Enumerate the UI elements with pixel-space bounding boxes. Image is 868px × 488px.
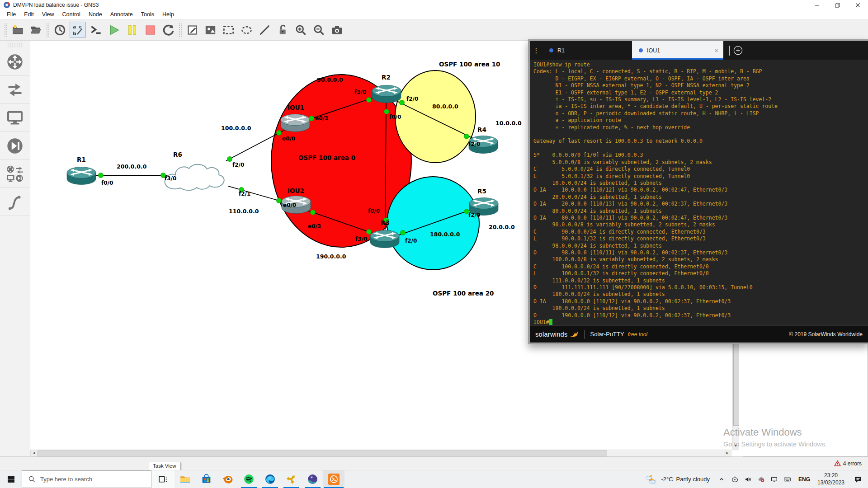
area-label[interactable]: OSPF 100 area 0 (298, 154, 355, 161)
keyboard-icon[interactable] (784, 476, 791, 483)
network-label[interactable]: 200.0.0.0 (117, 163, 147, 170)
interface-label[interactable]: f3/0 (165, 175, 176, 182)
horizontal-scrollbar[interactable]: ◄ ► (30, 450, 731, 456)
kebab-menu-icon[interactable]: ⋮ (530, 41, 542, 60)
insert-image-button[interactable] (202, 22, 218, 38)
menu-control[interactable]: Control (58, 11, 85, 18)
stop-button[interactable] (142, 22, 158, 38)
onedrive-icon[interactable] (758, 476, 764, 483)
menu-file[interactable]: File (3, 11, 20, 18)
volume-icon[interactable] (745, 476, 751, 483)
errors-indicator[interactable]: 4 errors (834, 460, 862, 467)
zoom-in-button[interactable] (292, 22, 309, 38)
add-note-button[interactable] (184, 22, 200, 38)
draw-rectangle-button[interactable] (220, 22, 236, 38)
terminal-output[interactable]: IOU1#show ip route Codes: L - local, C -… (530, 60, 868, 325)
start-button[interactable] (106, 22, 122, 38)
interface-label[interactable]: f2/0 (468, 212, 480, 218)
new-tab-button[interactable] (733, 45, 743, 56)
router-R3[interactable] (370, 230, 399, 248)
meet-now-icon[interactable] (731, 476, 738, 483)
interface-label[interactable]: f0/0 (389, 114, 401, 120)
interface-label[interactable]: f0/0 (101, 180, 113, 186)
snapshot-button[interactable] (52, 22, 68, 38)
interface-label[interactable]: f3/0 (355, 236, 367, 242)
notification-center-icon[interactable] (854, 475, 863, 484)
interface-label[interactable]: e0/0 (282, 136, 295, 142)
vertical-scroll-thumb[interactable] (733, 343, 739, 426)
menu-view[interactable]: View (38, 11, 58, 18)
minimize-button[interactable] (807, 0, 827, 10)
language-indicator[interactable]: ENG (798, 476, 810, 483)
network-label[interactable]: 110.0.0.0 (229, 208, 259, 215)
node-label[interactable]: R6 (173, 151, 182, 158)
area-label[interactable]: OSPF 100 area 20 (433, 290, 494, 297)
terminal-tab-r1[interactable]: R1 (542, 41, 632, 60)
interface-label[interactable]: f3/0 (354, 89, 366, 95)
weather-widget[interactable]: -2°C Partly cloudy (640, 470, 715, 488)
menu-edit[interactable]: Edit (20, 11, 38, 18)
router-R1[interactable] (67, 167, 96, 185)
interface-label[interactable]: e0/3 (308, 223, 321, 230)
node-label[interactable]: IOU1 (288, 104, 304, 111)
tray-expand-icon[interactable] (718, 476, 725, 483)
tab-close-icon[interactable]: × (714, 47, 718, 54)
terminal-tab-iou1[interactable]: IOU1× (632, 41, 723, 60)
blender-taskbar-button[interactable] (217, 470, 238, 488)
reload-button[interactable] (160, 22, 176, 38)
interface-label[interactable]: f2/1 (239, 191, 250, 197)
interface-label[interactable]: e0/0 (283, 202, 296, 208)
browse-switches-button[interactable] (0, 76, 30, 104)
network-label[interactable]: 180.0.0.0 (430, 231, 460, 238)
taskbar-search[interactable]: Type here to search (22, 470, 151, 488)
menu-annotate[interactable]: Annotate (106, 11, 137, 18)
new-project-button[interactable] (9, 22, 26, 38)
network-label[interactable]: 20.0.0.0 (489, 224, 515, 230)
browse-security-devices-button[interactable] (0, 132, 30, 160)
node-label[interactable]: R3 (381, 219, 390, 226)
gns3-taskbar-button[interactable] (281, 470, 302, 488)
scroll-right-arrow[interactable]: ► (724, 450, 731, 456)
screenshot-button[interactable] (329, 22, 345, 38)
network-label[interactable]: 90.0.0.0 (317, 76, 343, 83)
node-label[interactable]: R5 (477, 188, 486, 195)
task-view-button[interactable] (151, 470, 175, 488)
menu-help[interactable]: Help (158, 11, 178, 18)
horizontal-scroll-thumb[interactable] (38, 450, 607, 456)
interface-label[interactable]: f2/0 (405, 238, 417, 244)
draw-ellipse-button[interactable] (238, 22, 255, 38)
edge-taskbar-button[interactable] (259, 470, 281, 488)
clock[interactable]: 23:20 13/02/2023 (815, 472, 847, 486)
node-label[interactable]: R4 (477, 126, 486, 133)
interface-label[interactable]: f2/0 (468, 141, 480, 147)
interface-label[interactable]: e0/3 (315, 115, 328, 122)
zoom-out-button[interactable] (311, 22, 327, 38)
file-explorer-taskbar-button[interactable] (175, 470, 196, 488)
lock-button[interactable] (274, 22, 291, 38)
console-connect-button[interactable] (88, 22, 104, 38)
start-button[interactable] (0, 470, 22, 488)
router-R2[interactable] (372, 85, 401, 103)
browse-all-devices-button[interactable] (0, 160, 30, 188)
network-label[interactable]: 10.0.0.0 (495, 120, 522, 127)
close-button[interactable] (848, 0, 868, 10)
network-icon[interactable] (771, 476, 778, 483)
area-label[interactable]: OSPF 100 area 10 (439, 61, 500, 68)
solar-putty-taskbar-button[interactable] (323, 470, 344, 488)
node-label[interactable]: R2 (382, 74, 391, 81)
node-label[interactable]: R1 (77, 156, 86, 163)
menu-tools[interactable]: Tools (137, 11, 158, 18)
menu-node[interactable]: Node (85, 11, 106, 18)
spotify-taskbar-button[interactable] (238, 470, 259, 488)
network-label[interactable]: 100.0.0.0 (221, 125, 251, 131)
node-label[interactable]: IOU2 (288, 187, 304, 194)
interface-labels-button[interactable]: acb (70, 22, 86, 38)
restore-button[interactable] (827, 0, 848, 10)
browse-end-devices-button[interactable] (0, 104, 30, 132)
network-label[interactable]: 190.0.0.0 (316, 253, 346, 260)
interface-label[interactable]: f2/0 (406, 96, 418, 102)
open-project-button[interactable] (28, 22, 44, 38)
interface-label[interactable]: f2/0 (232, 162, 244, 168)
suspend-button[interactable] (124, 22, 140, 38)
network-label[interactable]: 80.0.0.0 (432, 103, 458, 110)
